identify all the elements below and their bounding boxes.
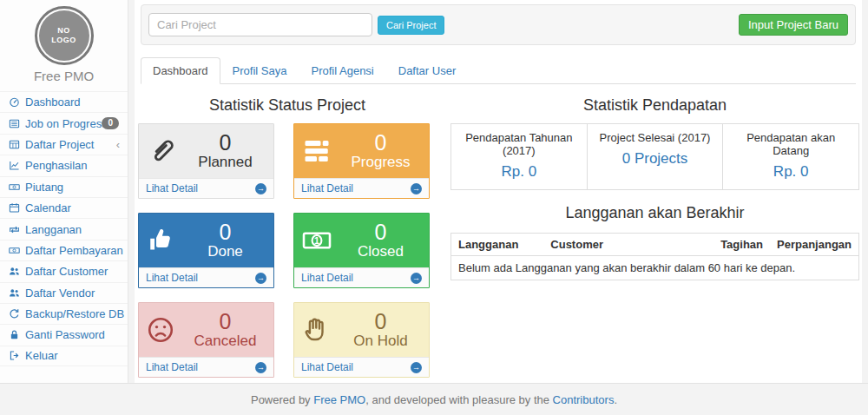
lihat-detail-link[interactable]: Lihat Detail → [294,357,429,377]
dashboard-content: Statistik Status Project 0 Planned Lihat… [135,84,862,378]
sidebar-item-piutang[interactable]: Piutang [0,176,128,197]
arrow-circle-right-icon: → [411,183,422,194]
table-row: Belum ada Langganan yang akan berakhir d… [451,256,859,280]
sidebar-item-daftar-project[interactable]: Daftar Project ‹ [0,134,128,155]
sidebar-item-label: Piutang [25,181,63,194]
stat-value: Rp. 0 [728,163,853,181]
card-label: Canceled [184,333,266,350]
lihat-detail-link[interactable]: Lihat Detail → [294,178,429,198]
sidebar: NO LOGO Free PMO Dashboard Job on Progre… [0,0,128,383]
lihat-detail-link[interactable]: Lihat Detail → [139,357,273,377]
paperclip-icon [146,135,184,168]
status-card-planned: 0 Planned Lihat Detail → [138,123,274,199]
sidebar-item-ganti-password[interactable]: Ganti Password [0,324,128,345]
sidebar-item-langganan[interactable]: Langganan [0,218,128,239]
status-card-canceled: 0 Canceled Lihat Detail → [138,302,274,378]
line-chart-icon [7,160,22,171]
status-card-done: 0 Done Lihat Detail → [138,213,274,288]
no-logo-badge: NO LOGO [39,10,89,61]
status-card-on-hold: 0 On Hold Lihat Detail → [293,302,430,378]
card-count: 0 [339,221,422,243]
footer-text: . [614,393,617,406]
sidebar-item-job-on-progress[interactable]: Job on Progress 0 [0,112,128,133]
card-count: 0 [184,310,266,333]
sidebar-item-label: Penghasilan [25,159,88,172]
brand-name: Free PMO [0,69,128,83]
tasks-icon [7,118,22,129]
tab-profil-saya[interactable]: Profil Saya [220,57,299,84]
arrow-circle-right-icon: → [255,273,266,284]
lihat-detail-label: Lihat Detail [301,182,353,194]
stat-value: 0 Projects [593,150,718,168]
tab-profil-agensi[interactable]: Profil Agensi [299,57,385,84]
sidebar-item-label: Keluar [25,349,58,362]
lihat-detail-link[interactable]: Lihat Detail → [139,178,273,198]
sidebar-item-label: Calendar [25,201,71,214]
card-count: 0 [339,310,422,333]
card-label: On Hold [339,333,422,350]
sidebar-item-daftar-vendor[interactable]: Daftar Vendor [0,282,128,303]
money-icon [7,181,22,193]
income-stats-table: Pendapatan Tahunan (2017) Rp. 0 Project … [450,123,859,190]
tab-daftar-user[interactable]: Daftar User [386,57,468,84]
sidebar-item-penghasilan[interactable]: Penghasilan [0,155,128,175]
contributors-link[interactable]: Contributors [553,393,615,406]
logo-text: NO [57,26,70,36]
input-project-baru-button[interactable]: Input Project Baru [739,14,848,36]
sidebar-item-label: Daftar Project [25,138,94,151]
frown-icon [146,315,184,345]
status-cards: 0 Planned Lihat Detail → [136,123,438,378]
tab-dashboard[interactable]: Dashboard [141,57,220,84]
lihat-detail-label: Lihat Detail [146,361,198,373]
sidebar-item-label: Backup/Restore DB [25,307,124,320]
stat-label: Project Selesai (2017) [593,131,718,150]
card-count: 0 [339,131,422,154]
arrow-circle-right-icon: → [255,362,266,373]
search-button[interactable]: Cari Project [378,16,444,35]
status-section: Statistik Status Project 0 Planned Lihat… [136,89,438,378]
calendar-icon [7,202,22,214]
hand-paper-icon [301,314,339,346]
sign-out-icon [7,350,22,361]
search-input[interactable] [148,13,372,36]
lihat-detail-label: Lihat Detail [146,182,198,194]
arrow-circle-right-icon: → [411,273,422,284]
column-header: Langganan [451,234,544,256]
status-card-progress: 0 Progress Lihat Detail → [293,123,430,199]
lihat-detail-link[interactable]: Lihat Detail → [139,267,273,287]
sidebar-item-daftar-customer[interactable]: Daftar Customer [0,260,128,281]
lihat-detail-label: Lihat Detail [301,361,353,373]
card-label: Done [184,243,266,260]
stat-pendapatan-akan-datang: Pendapatan akan Datang Rp. 0 [722,124,858,189]
subscription-table: Langganan Customer Tagihan Perpanjangan … [450,233,859,280]
thumbs-up-icon [146,225,184,256]
dashboard-icon [7,96,22,108]
empty-message: Belum ada Langganan yang akan berakhir d… [451,256,859,280]
sidebar-item-keluar[interactable]: Keluar [0,346,128,366]
sidebar-item-calendar[interactable]: Calendar [0,197,128,218]
job-count-badge: 0 [102,117,119,129]
users-icon [7,266,22,277]
section-title: Langganan akan Berakhir [450,190,859,231]
sidebar-item-label: Langganan [25,223,82,236]
section-title: Statistik Pendapatan [450,89,859,123]
status-card-closed: 1 0 Closed Lihat Detail → [293,213,430,288]
svg-text:1: 1 [314,235,319,246]
sidebar-item-backup-restore-db[interactable]: Backup/Restore DB [0,303,128,324]
lihat-detail-label: Lihat Detail [146,272,198,284]
card-label: Closed [339,243,422,260]
chevron-left-icon: ‹ [116,138,120,151]
free-pmo-link[interactable]: Free PMO [313,393,365,406]
page-footer: Powered by Free PMO, and developed with … [0,383,868,415]
lihat-detail-link[interactable]: Lihat Detail → [294,267,429,287]
retweet-icon [7,224,22,235]
sidebar-item-dashboard[interactable]: Dashboard [0,91,128,112]
sidebar-item-daftar-pembayaran[interactable]: Daftar Pembayaran [0,240,128,260]
card-label: Planned [184,154,266,171]
stat-value: Rp. 0 [457,163,582,181]
card-count: 0 [184,131,266,154]
card-label: Progress [339,154,422,171]
footer-text: Powered by [251,393,313,406]
brand-area: NO LOGO Free PMO [0,0,128,83]
arrow-circle-right-icon: → [411,362,422,373]
